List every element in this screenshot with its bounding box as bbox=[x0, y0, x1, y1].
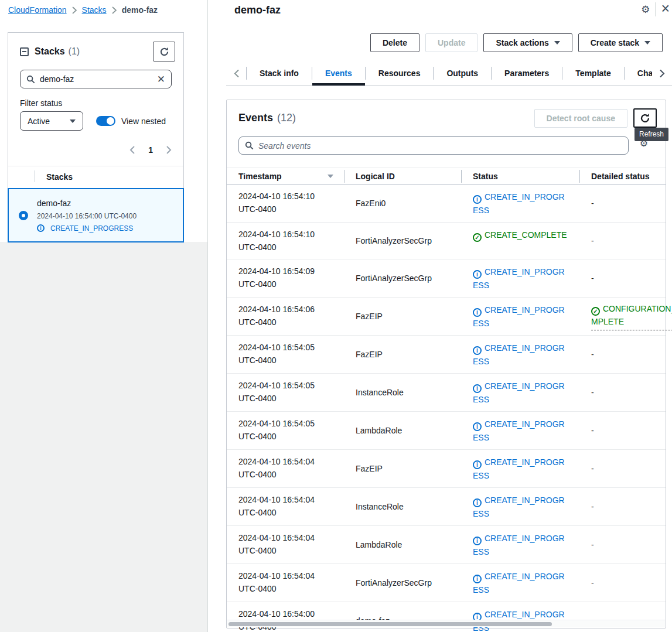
detailed-status-empty: - bbox=[591, 234, 594, 247]
delete-button[interactable]: Delete bbox=[370, 33, 419, 52]
detect-root-cause-button[interactable]: Detect root cause bbox=[534, 109, 627, 128]
status-link[interactable]: CREATE_IN_PROGRESS bbox=[473, 267, 565, 290]
tab-resources[interactable]: Resources bbox=[366, 61, 434, 86]
status-value: iCREATE_IN_PROGRESS bbox=[473, 572, 565, 595]
stack-item-status-text[interactable]: CREATE_IN_PROGRESS bbox=[50, 224, 133, 233]
timestamp-tz: UTC-0400 bbox=[238, 392, 332, 405]
status-value: ✓CREATE_COMPLETE bbox=[473, 230, 567, 240]
detailed-status-empty: - bbox=[591, 197, 594, 210]
detailed-status-empty: - bbox=[591, 272, 594, 285]
column-header-logical-id[interactable]: Logical ID bbox=[344, 168, 461, 184]
cell-logical-id: FazEIP bbox=[344, 450, 461, 487]
tab-stack-info[interactable]: Stack info bbox=[247, 61, 312, 86]
tab-template[interactable]: Template bbox=[562, 61, 623, 86]
sidebar-refresh-button[interactable] bbox=[153, 42, 175, 62]
update-button[interactable]: Update bbox=[425, 33, 477, 52]
events-refresh-button[interactable] bbox=[633, 108, 657, 128]
clear-search-icon[interactable]: ✕ bbox=[157, 74, 165, 84]
cell-status: iCREATE_IN_PROGRESS bbox=[461, 185, 579, 222]
cell-detailed-status: - bbox=[579, 526, 666, 563]
detailed-status-empty: - bbox=[591, 386, 594, 399]
collapse-panel-icon[interactable] bbox=[20, 47, 29, 56]
timestamp-tz: UTC-0400 bbox=[238, 278, 332, 291]
timestamp-date: 2024-04-10 16:54:04 bbox=[238, 455, 332, 468]
events-table-header: TimestampLogical IDStatusDetailed status bbox=[227, 168, 666, 185]
cell-detailed-status: - bbox=[579, 602, 666, 632]
table-row: 2024-04-10 16:54:05UTC-0400LambdaRoleiCR… bbox=[227, 412, 666, 450]
close-icon[interactable]: × bbox=[661, 1, 670, 16]
breadcrumb: CloudFormationStacksdemo-faz bbox=[8, 5, 158, 15]
timestamp-date: 2024-04-10 16:54:04 bbox=[238, 569, 332, 582]
stacks-panel: Stacks (1) demo-faz ✕ Filter status Acti… bbox=[8, 32, 184, 242]
cell-timestamp: 2024-04-10 16:54:04UTC-0400 bbox=[227, 564, 344, 602]
status-link[interactable]: CREATE_IN_PROGRESS bbox=[473, 534, 565, 556]
stack-item-status: i CREATE_IN_PROGRESS bbox=[37, 224, 137, 233]
create-stack-button[interactable]: Create stack bbox=[578, 33, 663, 52]
filter-status-select[interactable]: Active bbox=[20, 111, 83, 131]
status-value: iCREATE_IN_PROGRESS bbox=[473, 534, 565, 556]
status-link[interactable]: CREATE_IN_PROGRESS bbox=[473, 419, 565, 442]
status-link[interactable]: CREATE_COMPLETE bbox=[485, 230, 567, 240]
scrollbar-thumb[interactable] bbox=[228, 622, 552, 626]
info-icon: i bbox=[473, 498, 482, 507]
status-link[interactable]: CREATE_IN_PROGRESS bbox=[473, 305, 565, 328]
divider bbox=[655, 2, 656, 16]
cell-detailed-status: - bbox=[579, 374, 666, 411]
table-row: 2024-04-10 16:54:09UTC-0400FortiAnalyzer… bbox=[227, 259, 666, 298]
column-header-detailed-status[interactable]: Detailed status bbox=[579, 168, 666, 184]
status-value: iCREATE_IN_PROGRESS bbox=[473, 381, 565, 404]
timestamp-tz: UTC-0400 bbox=[238, 203, 332, 216]
settings-gear-icon[interactable]: ⚙ bbox=[641, 4, 650, 16]
status-link[interactable]: CREATE_IN_PROGRESS bbox=[473, 496, 565, 518]
page-number: 1 bbox=[148, 145, 153, 155]
status-link[interactable]: CREATE_IN_PROGRESS bbox=[473, 381, 565, 404]
events-search-input[interactable]: Search events bbox=[238, 136, 629, 155]
tabs-scroll-left-icon[interactable] bbox=[226, 69, 246, 78]
stack-radio-selected[interactable] bbox=[19, 211, 28, 220]
stack-search-input[interactable]: demo-faz ✕ bbox=[20, 70, 172, 88]
cell-status: iCREATE_IN_PROGRESS bbox=[461, 450, 579, 487]
status-value: iCREATE_IN_PROGRESS bbox=[473, 267, 565, 290]
table-row: 2024-04-10 16:54:10UTC-0400FortiAnalyzer… bbox=[227, 223, 666, 259]
info-icon: i bbox=[473, 384, 482, 393]
timestamp-date: 2024-04-10 16:54:04 bbox=[238, 493, 332, 506]
stack-actions-button[interactable]: Stack actions bbox=[483, 33, 572, 52]
view-nested-toggle[interactable] bbox=[96, 116, 115, 126]
timestamp-date: 2024-04-10 16:54:10 bbox=[238, 228, 332, 241]
status-link[interactable]: CREATE_IN_PROGRESS bbox=[473, 457, 565, 480]
cell-status: iCREATE_IN_PROGRESS bbox=[461, 259, 579, 297]
table-row: 2024-04-10 16:54:04UTC-0400LambdaRoleiCR… bbox=[227, 526, 666, 564]
cell-detailed-status: - bbox=[579, 564, 666, 602]
status-link[interactable]: CREATE_IN_PROGRESS bbox=[473, 192, 565, 215]
page-previous-icon[interactable] bbox=[129, 146, 135, 154]
breadcrumb-item-cloudformation[interactable]: CloudFormation bbox=[8, 5, 67, 15]
detailed-status-popover[interactable]: ✓CONFIGURATION_COMPLETE bbox=[591, 303, 672, 330]
view-nested-toggle-wrap: View nested bbox=[96, 116, 166, 126]
status-link[interactable]: CREATE_IN_PROGRESS bbox=[473, 343, 565, 366]
info-icon: i bbox=[473, 575, 482, 583]
detailed-status-empty: - bbox=[591, 424, 594, 437]
stack-search-value: demo-faz bbox=[40, 74, 152, 84]
stack-list-item-demo-faz[interactable]: demo-faz 2024-04-10 16:54:00 UTC-0400 i … bbox=[8, 188, 184, 242]
tab-outputs[interactable]: Outputs bbox=[434, 61, 491, 86]
tab-events[interactable]: Events bbox=[312, 61, 365, 86]
sort-descending-icon[interactable] bbox=[328, 175, 333, 178]
refresh-tooltip: Refresh bbox=[635, 128, 668, 141]
page-title: demo-faz bbox=[234, 4, 281, 16]
tab-parameters[interactable]: Parameters bbox=[492, 61, 562, 86]
table-row: 2024-04-10 16:54:04UTC-0400InstanceRolei… bbox=[227, 488, 666, 526]
create-stack-label: Create stack bbox=[591, 38, 639, 47]
status-link[interactable]: CREATE_IN_PROGRESS bbox=[473, 572, 565, 595]
cell-timestamp: 2024-04-10 16:54:10UTC-0400 bbox=[227, 223, 344, 259]
tab-change-sets[interactable]: Change sets bbox=[625, 61, 652, 86]
page-next-icon[interactable] bbox=[166, 146, 172, 154]
tabs-scroll-right-icon[interactable] bbox=[652, 69, 672, 78]
cell-detailed-status: - bbox=[579, 259, 666, 297]
column-header-timestamp[interactable]: Timestamp bbox=[227, 168, 344, 184]
column-header-status[interactable]: Status bbox=[461, 168, 579, 184]
breadcrumb-item-stacks[interactable]: Stacks bbox=[82, 5, 107, 15]
status-value: iCREATE_IN_PROGRESS bbox=[473, 305, 565, 328]
stack-item-content: demo-faz 2024-04-10 16:54:00 UTC-0400 i … bbox=[37, 199, 137, 233]
timestamp-date: 2024-04-10 16:54:05 bbox=[238, 417, 332, 430]
info-icon: i bbox=[473, 422, 482, 431]
